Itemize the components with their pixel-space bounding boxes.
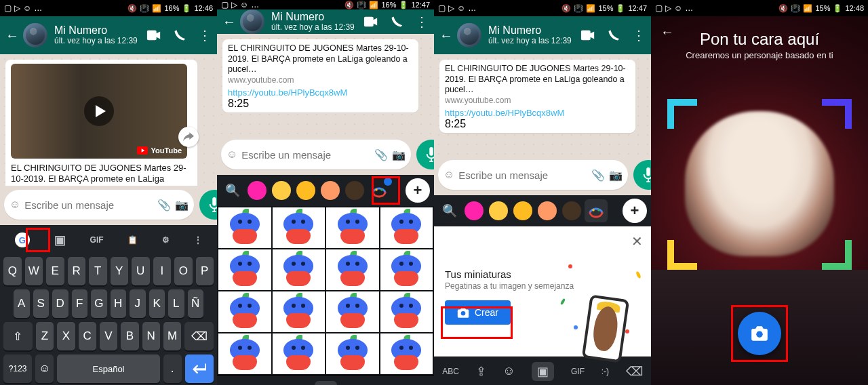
attach-icon[interactable]: 📎 — [591, 169, 605, 182]
sticker-tab-icon[interactable]: ▣ — [54, 232, 66, 247]
more-icon[interactable]: ⋮ — [632, 27, 646, 43]
sticker-keyboard[interactable]: 🔍 + ABC ⇪ ☺ ▣ GIF :-) ⌫ — [217, 175, 434, 385]
key-X[interactable]: X — [57, 322, 75, 350]
more-icon[interactable]: ⋮ — [198, 27, 212, 43]
key-R[interactable]: R — [68, 257, 86, 285]
chat-area[interactable]: EL CHIRINGUITO DE JUGONES Martes 29-10-2… — [217, 34, 434, 136]
pack-tab-5[interactable] — [343, 179, 366, 202]
emoji-icon[interactable]: ☺ — [226, 148, 237, 161]
gif-tab[interactable]: GIF — [90, 235, 104, 245]
key-A[interactable]: A — [14, 289, 30, 318]
key-J[interactable]: J — [130, 289, 146, 318]
period-key[interactable]: . — [163, 354, 182, 383]
gif-section[interactable]: GIF — [571, 367, 585, 376]
contact-title-block[interactable]: Mi Numero últ. vez hoy a las 12:39 — [54, 24, 140, 46]
add-pack-button[interactable]: + — [623, 199, 647, 223]
pack-tab-1[interactable] — [462, 199, 486, 222]
key-E[interactable]: E — [46, 257, 64, 285]
message-input[interactable] — [24, 199, 153, 211]
chat-area[interactable]: EL CHIRINGUITO DE JUGONES Martes 29-10-2… — [434, 54, 651, 156]
pack-tab-3[interactable] — [511, 199, 534, 222]
sticker-section-icon[interactable]: ▣ — [315, 381, 337, 386]
sticker-cell[interactable] — [326, 291, 379, 332]
forward-icon[interactable] — [178, 127, 199, 147]
sticker-cell[interactable] — [380, 249, 433, 290]
play-icon[interactable] — [11, 64, 187, 159]
backspace-icon[interactable]: ⌫ — [626, 364, 643, 379]
sticker-cell[interactable] — [326, 333, 379, 374]
key-S[interactable]: S — [33, 289, 50, 318]
video-call-icon[interactable] — [363, 16, 378, 27]
abc-key[interactable]: ABC — [442, 367, 459, 376]
shift-key[interactable]: ⇧ — [3, 322, 33, 350]
shutter-button[interactable] — [738, 312, 781, 355]
mic-button[interactable] — [199, 190, 217, 220]
camera-icon[interactable]: 📷 — [175, 199, 189, 211]
message-input[interactable] — [458, 169, 587, 181]
voice-call-icon[interactable] — [174, 29, 186, 41]
composer-input[interactable]: ☺ 📎 📷 — [4, 190, 194, 220]
voice-call-icon[interactable] — [608, 29, 620, 41]
chat-area[interactable]: YouTube EL CHIRINGUITO DE JUGONES Martes… — [0, 54, 217, 186]
minis-pack-tab[interactable] — [585, 199, 608, 222]
emoji-icon[interactable]: ☺ — [9, 199, 20, 211]
message-input[interactable] — [241, 149, 370, 161]
gboard-keyboard[interactable]: G ▣ GIF 📋 ⚙ ⋮ QWERTYUIOP ASDFGHJKLÑ ⇧ ZX… — [0, 225, 217, 385]
pack-tab-2[interactable] — [487, 199, 510, 222]
mic-button[interactable] — [416, 140, 434, 169]
create-button[interactable]: Crear — [445, 300, 511, 325]
key-Ñ[interactable]: Ñ — [188, 289, 204, 318]
add-pack-button[interactable]: + — [406, 178, 430, 203]
key-Y[interactable]: Y — [111, 257, 129, 285]
key-I[interactable]: I — [153, 257, 172, 285]
sticker-cell[interactable] — [273, 333, 326, 374]
sticker-cell[interactable] — [326, 207, 379, 248]
key-O[interactable]: O — [174, 257, 193, 285]
key-U[interactable]: U — [132, 257, 150, 285]
sticker-cell[interactable] — [273, 249, 326, 290]
pack-tab-3[interactable] — [294, 179, 317, 202]
camera-icon[interactable]: 📷 — [392, 148, 406, 161]
message-bubble[interactable]: EL CHIRINGUITO DE JUGONES Martes 29-10-2… — [222, 39, 418, 113]
close-icon[interactable]: ✕ — [631, 233, 643, 249]
clipboard-tab-icon[interactable]: 📋 — [127, 235, 138, 245]
key-B[interactable]: B — [121, 322, 138, 350]
video-call-icon[interactable] — [146, 30, 161, 41]
emoji-section-icon[interactable]: ☺ — [502, 364, 515, 378]
message-bubble[interactable]: YouTube EL CHIRINGUITO DE JUGONES Martes… — [5, 60, 197, 186]
minis-pack-tab[interactable] — [368, 179, 391, 202]
message-bubble[interactable]: EL CHIRINGUITO DE JUGONES Martes 29-10-2… — [439, 60, 635, 133]
sticker-cell[interactable] — [273, 291, 326, 332]
key-V[interactable]: V — [100, 322, 117, 350]
message-link[interactable]: https://youtu.be/HPlyBcqx8wM — [228, 87, 413, 98]
key-F[interactable]: F — [72, 289, 88, 318]
back-icon[interactable]: ← — [222, 14, 236, 30]
key-H[interactable]: H — [111, 289, 127, 318]
video-call-icon[interactable] — [580, 30, 595, 41]
pack-tab-5[interactable] — [560, 199, 583, 222]
pack-tab-4[interactable] — [536, 199, 559, 222]
sticker-cell[interactable] — [218, 291, 271, 332]
pack-tab-2[interactable] — [270, 179, 293, 202]
pack-tab-4[interactable] — [319, 179, 342, 202]
backspace-key[interactable]: ⌫ — [184, 322, 214, 350]
more-icon[interactable]: ⋮ — [415, 14, 429, 30]
camera-icon[interactable]: 📷 — [609, 169, 623, 182]
youtube-preview[interactable]: YouTube — [11, 64, 187, 159]
key-C[interactable]: C — [79, 322, 96, 350]
key-P[interactable]: P — [196, 257, 214, 285]
google-icon[interactable]: G — [15, 232, 30, 247]
attach-icon[interactable]: 📎 — [157, 199, 171, 211]
space-key[interactable]: Español — [57, 354, 159, 383]
mic-button[interactable] — [633, 160, 651, 190]
key-G[interactable]: G — [91, 289, 107, 318]
sticker-cell[interactable] — [326, 249, 379, 290]
sticker-grid[interactable] — [217, 206, 434, 376]
key-K[interactable]: K — [149, 289, 165, 318]
back-icon[interactable]: ← — [439, 28, 453, 43]
sticker-keyboard[interactable]: 🔍 + ✕ Tus miniaturas Pegatinas a tu im — [434, 195, 651, 385]
sticker-cell[interactable] — [218, 207, 271, 248]
composer-input[interactable]: ☺ 📎 📷 — [221, 140, 411, 169]
sticker-section-icon[interactable]: ▣ — [532, 362, 554, 381]
overflow-tab-icon[interactable]: ⋮ — [194, 235, 202, 245]
